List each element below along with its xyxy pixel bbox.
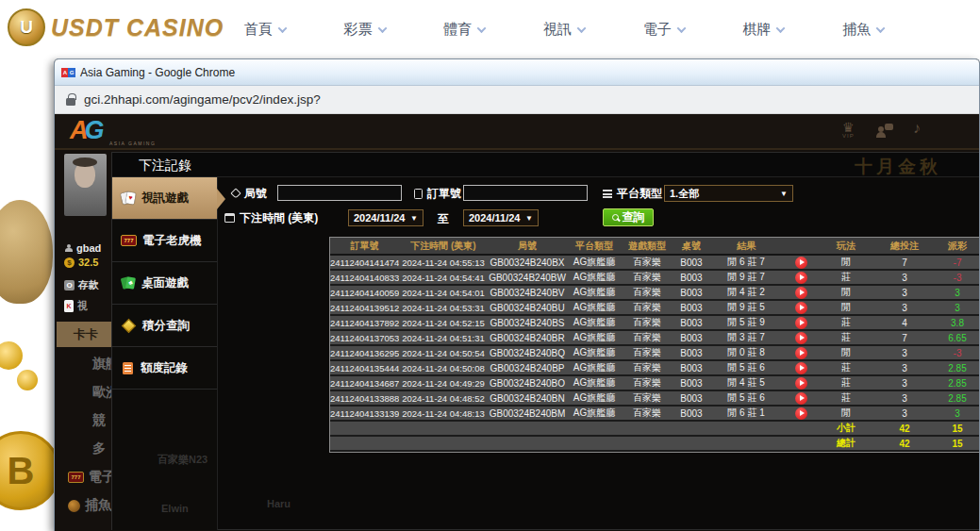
sidebar-item-label: 電子老虎機 (142, 233, 202, 249)
nav-item-live[interactable]: 視訊 (514, 0, 614, 58)
cell-method: 莊 (820, 375, 872, 390)
nav-item-cards[interactable]: 棋牌 (714, 0, 814, 58)
date-from-select[interactable]: 2024/11/24▼ (348, 209, 424, 226)
cell-game: 百家樂 (622, 300, 673, 315)
window-titlebar[interactable]: A G Asia Gaming - Google Chrome (55, 59, 979, 86)
summary-blank (330, 436, 820, 451)
bet-records-table: 訂單號下注時間 (美東)局號平台類型遊戲類型桌號結果玩法總投注派彩有效投注額狀態… (330, 238, 979, 452)
nav-item-sports[interactable]: 體育 (414, 0, 514, 58)
date-to-select[interactable]: 2024/11/24▼ (463, 209, 539, 226)
cell-bet: 3 (872, 345, 937, 360)
cell-game: 百家樂 (622, 330, 673, 345)
nav-item-home[interactable]: 首頁 (215, 0, 315, 58)
bet-table-body: 2411240414147492024-11-24 04:55:13GB0032… (330, 255, 979, 451)
ag-logo[interactable]: AG (70, 116, 105, 145)
cell-payout: 6.65 (937, 330, 978, 345)
cell-order: 241124041408331 (330, 270, 399, 285)
cell-result: 閒 5 莊 9 (710, 315, 782, 330)
cell-order: 241124041395126 (330, 300, 399, 315)
cell-table: B003 (673, 315, 710, 330)
replay-button[interactable] (795, 287, 807, 299)
nav-item-slots[interactable]: 電子 (614, 0, 714, 58)
nav-label: 體育 (443, 21, 472, 39)
lobby-menu-item[interactable]: 多 (92, 440, 106, 457)
column-header: 訂單號 (330, 238, 399, 255)
deposit-icon: O (64, 280, 75, 290)
deposit-button[interactable]: O存款 (64, 278, 99, 292)
video-tab[interactable]: K視 (64, 299, 88, 313)
cell-method: 莊 (820, 360, 872, 375)
lobby-menu-item[interactable]: 777電子 (68, 469, 115, 486)
replay-button[interactable] (795, 332, 807, 344)
cell-platform: AG旗艦廳 (567, 406, 622, 421)
replay-button[interactable] (795, 377, 807, 390)
modal-main: 局號 訂單號 平台類型 1.全部▼ 下注時間 (美東) 2024/11/24▼ … (218, 177, 979, 530)
caret-down-icon: ▼ (780, 190, 788, 198)
replay-button[interactable] (795, 272, 807, 284)
ag-logo-g: G (85, 116, 105, 144)
username: gbad (76, 242, 101, 254)
replay-button[interactable] (795, 392, 807, 405)
cell-game: 百家樂 (622, 360, 673, 375)
document-icon (123, 362, 133, 374)
table-row: 2411240414147492024-11-24 04:55:13GB0032… (330, 255, 979, 270)
replay-button[interactable] (795, 362, 807, 374)
slots-777-icon: 777 (68, 472, 84, 483)
cell-method: 莊 (820, 270, 872, 285)
url-bar[interactable]: gci.2hhapi.com/agingame/pcv2/index.jsp? (55, 86, 979, 114)
bet-records-modal: 下注記錄 十月金秋 ♥ 視訊遊戲 777 電子老虎機 ♣ 桌面遊戲 (111, 152, 979, 530)
replay-button[interactable] (795, 302, 807, 314)
cell-game: 百家樂 (622, 315, 673, 330)
cell-payout: -7 (937, 255, 978, 270)
search-icon (612, 214, 620, 222)
search-button[interactable]: 查詢 (603, 208, 654, 226)
cell-bet: 3 (872, 360, 937, 375)
cell-table: B003 (673, 300, 710, 315)
sidebar-item-live-games[interactable]: ♥ 視訊遊戲 (112, 177, 217, 220)
round-input[interactable] (277, 185, 402, 201)
cell-valid: 3 (978, 285, 979, 300)
replay-button[interactable] (795, 317, 807, 329)
nav-item-lottery[interactable]: 彩票 (315, 0, 415, 58)
cell-bet: 3 (872, 300, 937, 315)
lobby-menu-item[interactable]: 競 (92, 412, 106, 429)
site-logo[interactable]: U USDT CASINO (8, 8, 224, 46)
cell-valid: 3.8 (978, 315, 979, 330)
faint-table-name: Haru (267, 498, 291, 509)
sidebar-item-label: 視訊遊戲 (141, 191, 189, 207)
vip-icon[interactable]: ♛ VIP (842, 122, 855, 139)
sidebar-item-table-games[interactable]: ♣ 桌面遊戲 (112, 262, 217, 305)
cell-bet: 3 (872, 390, 937, 406)
replay-button[interactable] (795, 347, 807, 359)
replay-button[interactable] (795, 407, 807, 420)
sidebar-item-credit-records[interactable]: 額度記錄 (112, 347, 217, 390)
customer-service-icon[interactable] (877, 124, 892, 142)
table-row: 2411240414083312024-11-24 04:54:41GB0032… (330, 270, 979, 285)
date-from-value: 2024/11/24 (354, 212, 405, 224)
cell-valid: 2.85 (978, 390, 979, 406)
sidebar-item-points[interactable]: 積分查詢 (112, 305, 217, 347)
column-header (782, 238, 820, 255)
replay-button[interactable] (795, 257, 807, 269)
summary-label: 小計 (820, 421, 872, 436)
clipboard-icon (414, 189, 423, 199)
chevron-down-icon (776, 24, 786, 33)
column-header: 玩法 (820, 238, 872, 255)
sidebar-item-slots[interactable]: 777 電子老虎機 (112, 220, 217, 262)
modal-title: 下注記錄 (112, 153, 979, 177)
cell-method: 閒 (820, 255, 872, 270)
nav-item-fishing[interactable]: 捕魚 (813, 0, 913, 58)
cell-bet: 4 (872, 315, 937, 330)
coin-graphic (0, 341, 23, 370)
chevron-down-icon (577, 24, 587, 33)
column-header: 派彩 (937, 238, 978, 255)
cell-result: 閒 9 莊 7 (710, 270, 782, 285)
order-input[interactable] (463, 185, 588, 201)
screen: U USDT CASINO 首頁 彩票 體育 視訊 電子 棋牌 捕魚 A G A… (0, 0, 980, 531)
platform-select[interactable]: 1.全部▼ (664, 185, 793, 202)
cell-result: 閒 6 莊 7 (710, 255, 782, 270)
to-label: 至 (438, 211, 449, 227)
ag-header: AG ASIA GAMING ♛ VIP ♪ (55, 114, 979, 150)
column-header: 桌號 (673, 238, 710, 255)
music-icon[interactable]: ♪ (913, 120, 921, 137)
